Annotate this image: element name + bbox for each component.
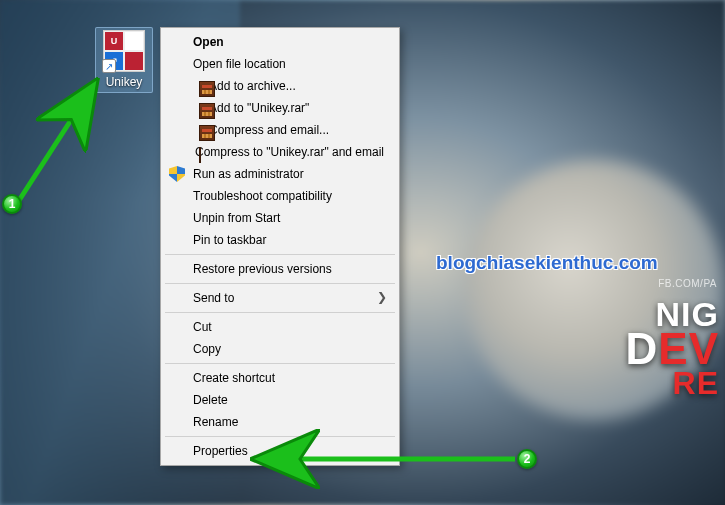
annotation-badge-2: 2 <box>517 449 537 469</box>
annotation-arrow-2 <box>0 0 725 505</box>
